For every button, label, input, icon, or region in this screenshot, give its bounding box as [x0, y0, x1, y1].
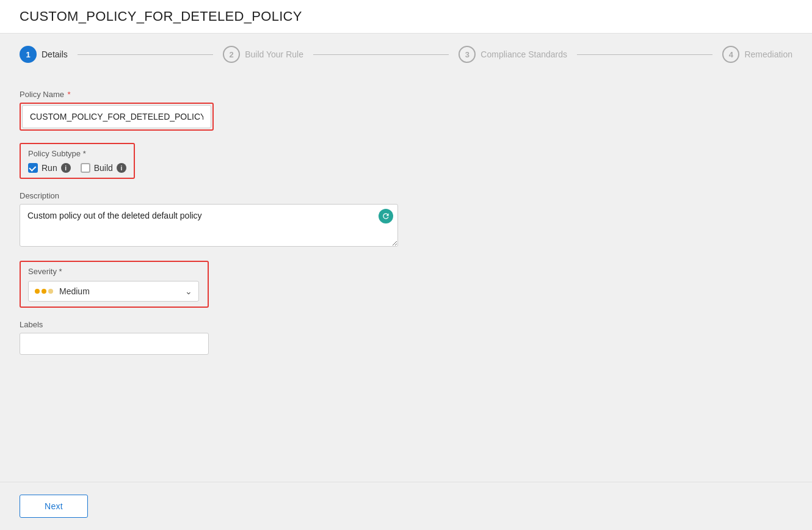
severity-dot-1	[35, 289, 40, 294]
subtype-outlined: Policy Subtype * Run i Build i	[20, 143, 135, 179]
page-footer: Next	[0, 482, 812, 530]
severity-required: *	[59, 267, 62, 276]
step-1: 1 Details	[20, 46, 68, 63]
policy-subtype-group: Policy Subtype * Run i Build i	[20, 143, 792, 179]
step-2: 2 Build Your Rule	[223, 46, 303, 63]
labels-label: Labels	[20, 320, 792, 329]
stepper: 1 Details 2 Build Your Rule 3 Compliance…	[0, 34, 812, 75]
run-label: Run	[42, 163, 57, 173]
description-group: Description Custom policy out of the del…	[20, 191, 792, 249]
build-option[interactable]: Build i	[81, 163, 126, 173]
description-container: Custom policy out of the deleted default…	[20, 204, 398, 249]
page-header: CUSTOM_POLICY_FOR_DETELED_POLICY	[0, 0, 812, 34]
step-4-label: Remediation	[744, 49, 792, 59]
step-1-label: Details	[42, 49, 68, 59]
chevron-down-icon: ⌄	[185, 286, 192, 296]
severity-label: Severity *	[28, 267, 200, 276]
step-4: 4 Remediation	[722, 46, 792, 63]
policy-subtype-label: Policy Subtype *	[28, 149, 126, 158]
next-button[interactable]: Next	[20, 495, 88, 518]
step-connector-2	[313, 54, 449, 55]
policy-name-required: *	[68, 90, 71, 99]
severity-group: Severity * Medium ⌄	[20, 261, 792, 308]
page-title: CUSTOM_POLICY_FOR_DETELED_POLICY	[20, 9, 792, 24]
policy-name-label: Policy Name *	[20, 90, 792, 99]
step-3: 3 Compliance Standards	[459, 46, 567, 63]
description-textarea[interactable]: Custom policy out of the deleted default…	[20, 204, 398, 247]
step-2-circle: 2	[223, 46, 240, 63]
main-content: Policy Name * Policy Subtype * Run	[0, 75, 812, 382]
run-checkbox[interactable]	[28, 163, 38, 173]
policy-name-input[interactable]	[22, 105, 211, 128]
step-1-circle: 1	[20, 46, 37, 63]
step-2-label: Build Your Rule	[245, 49, 303, 59]
step-4-circle: 4	[722, 46, 739, 63]
labels-input[interactable]	[20, 333, 209, 355]
build-label: Build	[94, 163, 113, 173]
severity-value: Medium	[59, 286, 185, 296]
severity-dot-2	[42, 289, 46, 294]
description-refresh-icon[interactable]	[379, 209, 393, 223]
subtype-required: *	[83, 149, 86, 158]
description-label: Description	[20, 191, 792, 200]
build-info-icon[interactable]: i	[117, 163, 126, 173]
run-option[interactable]: Run i	[28, 163, 71, 173]
policy-name-outlined	[20, 103, 214, 131]
step-connector-3	[577, 54, 712, 55]
labels-group: Labels	[20, 320, 792, 355]
step-connector-1	[78, 54, 213, 55]
step-3-circle: 3	[459, 46, 476, 63]
step-3-label: Compliance Standards	[480, 49, 567, 59]
severity-dropdown[interactable]: Medium ⌄	[28, 281, 199, 302]
severity-dots	[35, 289, 53, 294]
subtype-options: Run i Build i	[28, 163, 126, 173]
policy-name-group: Policy Name *	[20, 90, 792, 131]
severity-outlined: Severity * Medium ⌄	[20, 261, 209, 308]
page-wrapper: CUSTOM_POLICY_FOR_DETELED_POLICY 1 Detai…	[0, 0, 812, 530]
severity-dot-3	[48, 289, 53, 294]
build-checkbox[interactable]	[81, 163, 90, 173]
run-info-icon[interactable]: i	[61, 163, 71, 173]
